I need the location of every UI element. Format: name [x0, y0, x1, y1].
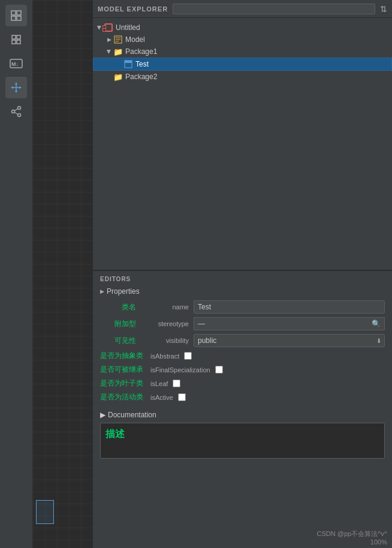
- explorer-title: MODEL EXPLORER: [98, 5, 168, 13]
- svg-rect-26: [125, 61, 132, 63]
- visibility-chinese-label: 可见性: [100, 336, 136, 346]
- canvas-panel[interactable]: [33, 0, 93, 548]
- is-active-checkbox[interactable]: [178, 393, 186, 401]
- is-active-chinese: 是否为活动类: [100, 392, 143, 402]
- tree-label-test: Test: [135, 60, 149, 68]
- stereotype-search-btn[interactable]: 🔍: [368, 317, 385, 330]
- explorer-header: MODEL EXPLORER ⇅: [93, 0, 392, 18]
- documentation-label: Documentation: [108, 411, 156, 419]
- is-leaf-row: 是否为叶子类 isLeaf: [100, 378, 385, 389]
- svg-marker-15: [19, 86, 22, 89]
- share-btn[interactable]: [5, 101, 27, 122]
- svg-point-16: [18, 107, 21, 110]
- folder-icon-package2: 📁: [113, 72, 123, 82]
- documentation-title[interactable]: ▶ Documentation: [100, 411, 385, 419]
- tree-container[interactable]: ▶ Untitled ▶ Model: [93, 18, 392, 270]
- is-final-label: isFinalSpecialization: [150, 366, 210, 374]
- svg-marker-12: [15, 82, 17, 85]
- search-input[interactable]: [173, 4, 375, 14]
- stereotype-prop-value: 🔍: [194, 317, 385, 330]
- doc-arrow: ▶: [100, 411, 105, 419]
- watermark-text: CSDN @pp不会算法^v^: [317, 530, 387, 537]
- is-abstract-label: isAbstract: [150, 353, 179, 360]
- documentation-area[interactable]: 描述: [100, 423, 385, 459]
- svg-rect-7: [17, 40, 20, 44]
- component-icon: [104, 23, 113, 32]
- properties-grid: 类名 name 附加型 stereotype 🔍: [93, 298, 392, 408]
- move-btn[interactable]: [5, 77, 27, 98]
- svg-rect-4: [12, 35, 16, 39]
- svg-marker-13: [15, 91, 17, 93]
- svg-line-20: [14, 112, 18, 115]
- visibility-select[interactable]: public private protected package: [194, 334, 385, 347]
- svg-text:M↓: M↓: [11, 61, 19, 67]
- doc-placeholder: 描述: [105, 429, 125, 439]
- stereotype-prop-label: stereotype: [141, 320, 189, 327]
- svg-rect-5: [17, 35, 20, 39]
- is-final-row: 是否可被继承 isFinalSpecialization: [100, 365, 385, 375]
- name-chinese-label: 类名: [100, 302, 136, 312]
- stereotype-chinese-label: 附加型: [100, 319, 136, 329]
- tree-arrow-package1: ▶: [105, 47, 113, 56]
- svg-point-17: [12, 110, 15, 113]
- tree-item-model[interactable]: ▶ Model: [93, 34, 392, 46]
- svg-rect-1: [17, 11, 21, 15]
- editors-header: EDITORS: [93, 271, 392, 285]
- watermark: CSDN @pp不会算法^v^ 100%: [317, 529, 387, 546]
- folder-icon-package1: 📁: [113, 47, 123, 56]
- right-panel: MODEL EXPLORER ⇅ ▶ Untitled ▶: [93, 0, 392, 548]
- markdown-btn[interactable]: M↓: [5, 53, 27, 74]
- is-abstract-chinese: 是否为抽象类: [100, 351, 143, 361]
- left-toolbar: M↓: [0, 0, 33, 548]
- svg-rect-2: [11, 16, 16, 20]
- name-prop-row: 类名 name: [100, 300, 385, 314]
- is-active-label: isActive: [150, 394, 173, 401]
- tree-item-untitled[interactable]: ▶ Untitled: [93, 22, 392, 34]
- is-leaf-chinese: 是否为叶子类: [100, 378, 143, 389]
- is-final-checkbox[interactable]: [215, 366, 223, 374]
- svg-line-19: [14, 109, 18, 111]
- svg-rect-6: [12, 40, 16, 44]
- visibility-prop-label: visibility: [141, 337, 189, 344]
- editors-panel: EDITORS ▶ Properties 类名 name 附加型 stereo: [93, 270, 392, 548]
- documentation-section: ▶ Documentation 描述: [93, 408, 392, 461]
- puzzle-btn[interactable]: [5, 5, 27, 26]
- name-prop-label: name: [141, 303, 189, 311]
- tree-item-package2[interactable]: ▶ 📁 Package2: [93, 71, 392, 83]
- tree-label-package1: Package1: [125, 47, 157, 56]
- svg-marker-14: [11, 86, 13, 89]
- zoom-level: 100%: [370, 538, 387, 546]
- model-icon: [113, 35, 123, 44]
- canvas-diagram-element: [36, 500, 54, 524]
- visibility-select-wrapper: public private protected package ⬇: [194, 334, 385, 347]
- visibility-prop-row: 可见性 visibility public private protected …: [100, 334, 385, 347]
- svg-point-18: [18, 114, 21, 117]
- is-abstract-checkbox[interactable]: [184, 352, 192, 360]
- is-abstract-row: 是否为抽象类 isAbstract: [100, 351, 385, 361]
- tree-item-test[interactable]: ▶ Test: [93, 58, 392, 71]
- tree-item-package1[interactable]: ▶ 📁 Package1: [93, 46, 392, 58]
- class-icon-test: [123, 59, 133, 69]
- is-active-row: 是否为活动类 isActive: [100, 392, 385, 402]
- tree-arrow-model: ▶: [105, 35, 113, 44]
- stereotype-input[interactable]: [194, 317, 368, 330]
- is-final-chinese: 是否可被继承: [100, 365, 143, 375]
- tree-label-package2: Package2: [125, 73, 157, 81]
- sort-button[interactable]: ⇅: [380, 4, 387, 14]
- is-leaf-label: isLeaf: [150, 380, 168, 387]
- properties-arrow: ▶: [100, 288, 104, 294]
- is-leaf-checkbox[interactable]: [173, 380, 180, 387]
- svg-rect-0: [11, 11, 16, 15]
- stereotype-prop-row: 附加型 stereotype 🔍: [100, 317, 385, 330]
- name-prop-value: [194, 300, 385, 314]
- tree-label-model: Model: [125, 35, 145, 44]
- tree-label-untitled: Untitled: [116, 23, 140, 32]
- grid-btn[interactable]: [5, 29, 27, 50]
- svg-rect-3: [17, 16, 21, 20]
- properties-section-title[interactable]: ▶ Properties: [93, 285, 392, 298]
- properties-label: Properties: [107, 287, 140, 296]
- name-input[interactable]: [194, 300, 385, 314]
- app-container: M↓: [0, 0, 392, 548]
